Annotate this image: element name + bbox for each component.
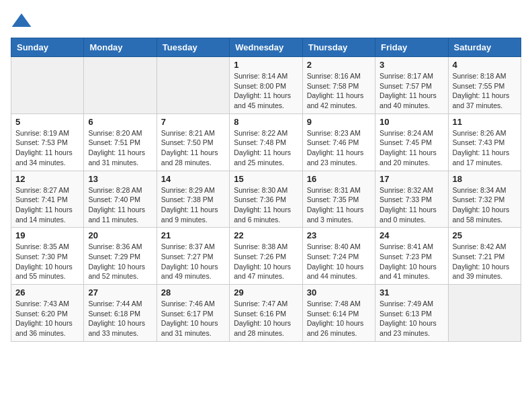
day-info: Sunrise: 8:23 AM Sunset: 7:46 PM Dayligh…	[307, 128, 371, 168]
day-number: 2	[307, 60, 371, 70]
day-info: Sunrise: 8:18 AM Sunset: 7:55 PM Dayligh…	[453, 71, 517, 111]
day-number: 9	[307, 117, 371, 127]
day-number: 16	[307, 174, 371, 184]
logo-icon	[11, 11, 32, 32]
day-number: 10	[380, 117, 443, 127]
day-number: 24	[380, 230, 443, 240]
day-number: 29	[234, 287, 298, 298]
calendar-week-row: 12Sunrise: 8:27 AM Sunset: 7:41 PM Dayli…	[11, 171, 521, 228]
day-info: Sunrise: 7:47 AM Sunset: 6:16 PM Dayligh…	[234, 299, 298, 338]
day-info: Sunrise: 8:28 AM Sunset: 7:40 PM Dayligh…	[88, 185, 152, 225]
day-info: Sunrise: 8:37 AM Sunset: 7:27 PM Dayligh…	[161, 242, 225, 281]
day-info: Sunrise: 8:40 AM Sunset: 7:24 PM Dayligh…	[307, 242, 371, 281]
calendar-cell: 18Sunrise: 8:34 AM Sunset: 7:32 PM Dayli…	[448, 171, 521, 228]
day-info: Sunrise: 7:44 AM Sunset: 6:18 PM Dayligh…	[88, 299, 152, 338]
day-info: Sunrise: 8:35 AM Sunset: 7:30 PM Dayligh…	[15, 242, 79, 281]
calendar-cell: 20Sunrise: 8:36 AM Sunset: 7:29 PM Dayli…	[84, 228, 157, 285]
calendar-cell: 25Sunrise: 8:42 AM Sunset: 7:21 PM Dayli…	[448, 228, 521, 285]
day-number: 23	[307, 230, 371, 240]
calendar-cell: 13Sunrise: 8:28 AM Sunset: 7:40 PM Dayli…	[84, 171, 157, 228]
day-number: 31	[380, 287, 443, 298]
weekday-header-sunday: Sunday	[11, 38, 84, 57]
day-info: Sunrise: 7:49 AM Sunset: 6:13 PM Dayligh…	[380, 299, 443, 338]
weekday-header-thursday: Thursday	[302, 38, 375, 57]
calendar-cell: 23Sunrise: 8:40 AM Sunset: 7:24 PM Dayli…	[302, 228, 375, 285]
calendar-cell	[448, 285, 521, 342]
calendar-cell	[157, 57, 229, 114]
day-number: 4	[453, 60, 517, 70]
day-info: Sunrise: 8:27 AM Sunset: 7:41 PM Dayligh…	[15, 185, 79, 225]
day-info: Sunrise: 8:38 AM Sunset: 7:26 PM Dayligh…	[234, 242, 298, 281]
day-info: Sunrise: 8:19 AM Sunset: 7:53 PM Dayligh…	[15, 128, 79, 168]
weekday-header-wednesday: Wednesday	[230, 38, 302, 57]
day-info: Sunrise: 8:17 AM Sunset: 7:57 PM Dayligh…	[380, 71, 443, 111]
day-number: 1	[234, 60, 298, 70]
calendar-cell: 10Sunrise: 8:24 AM Sunset: 7:45 PM Dayli…	[375, 113, 448, 171]
day-info: Sunrise: 8:29 AM Sunset: 7:38 PM Dayligh…	[161, 185, 225, 225]
day-number: 7	[161, 117, 225, 127]
calendar-week-row: 1Sunrise: 8:14 AM Sunset: 8:00 PM Daylig…	[11, 57, 521, 114]
day-number: 26	[15, 287, 79, 298]
calendar-cell: 16Sunrise: 8:31 AM Sunset: 7:35 PM Dayli…	[302, 171, 375, 228]
calendar-cell: 8Sunrise: 8:22 AM Sunset: 7:48 PM Daylig…	[230, 113, 302, 171]
day-info: Sunrise: 8:34 AM Sunset: 7:32 PM Dayligh…	[453, 185, 517, 225]
calendar-cell: 24Sunrise: 8:41 AM Sunset: 7:23 PM Dayli…	[375, 228, 448, 285]
calendar-cell: 27Sunrise: 7:44 AM Sunset: 6:18 PM Dayli…	[84, 285, 157, 342]
calendar-week-row: 26Sunrise: 7:43 AM Sunset: 6:20 PM Dayli…	[11, 285, 521, 342]
calendar-cell: 7Sunrise: 8:21 AM Sunset: 7:50 PM Daylig…	[157, 113, 229, 171]
day-info: Sunrise: 8:22 AM Sunset: 7:48 PM Dayligh…	[234, 128, 298, 168]
calendar-table: SundayMondayTuesdayWednesdayThursdayFrid…	[11, 38, 521, 342]
calendar-cell: 31Sunrise: 7:49 AM Sunset: 6:13 PM Dayli…	[375, 285, 448, 342]
day-info: Sunrise: 7:43 AM Sunset: 6:20 PM Dayligh…	[15, 299, 79, 338]
weekday-header-tuesday: Tuesday	[157, 38, 229, 57]
day-number: 12	[15, 174, 79, 184]
calendar-cell: 3Sunrise: 8:17 AM Sunset: 7:57 PM Daylig…	[375, 57, 448, 114]
calendar-cell: 15Sunrise: 8:30 AM Sunset: 7:36 PM Dayli…	[230, 171, 302, 228]
page-header	[11, 11, 521, 32]
weekday-header-monday: Monday	[84, 38, 157, 57]
day-number: 17	[380, 174, 443, 184]
day-info: Sunrise: 8:42 AM Sunset: 7:21 PM Dayligh…	[453, 242, 517, 281]
calendar-cell: 6Sunrise: 8:20 AM Sunset: 7:51 PM Daylig…	[84, 113, 157, 171]
day-info: Sunrise: 8:31 AM Sunset: 7:35 PM Dayligh…	[307, 185, 371, 225]
day-number: 11	[453, 117, 517, 127]
calendar-cell: 17Sunrise: 8:32 AM Sunset: 7:33 PM Dayli…	[375, 171, 448, 228]
calendar-cell	[84, 57, 157, 114]
day-number: 5	[15, 117, 79, 127]
calendar-cell: 29Sunrise: 7:47 AM Sunset: 6:16 PM Dayli…	[230, 285, 302, 342]
day-info: Sunrise: 8:20 AM Sunset: 7:51 PM Dayligh…	[88, 128, 152, 168]
calendar-cell: 1Sunrise: 8:14 AM Sunset: 8:00 PM Daylig…	[230, 57, 302, 114]
day-number: 19	[15, 230, 79, 240]
day-number: 30	[307, 287, 371, 298]
day-info: Sunrise: 8:36 AM Sunset: 7:29 PM Dayligh…	[88, 242, 152, 281]
day-number: 20	[88, 230, 152, 240]
calendar-cell: 30Sunrise: 7:48 AM Sunset: 6:14 PM Dayli…	[302, 285, 375, 342]
calendar-cell: 28Sunrise: 7:46 AM Sunset: 6:17 PM Dayli…	[157, 285, 229, 342]
calendar-week-row: 19Sunrise: 8:35 AM Sunset: 7:30 PM Dayli…	[11, 228, 521, 285]
day-info: Sunrise: 7:48 AM Sunset: 6:14 PM Dayligh…	[307, 299, 371, 338]
day-number: 22	[234, 230, 298, 240]
calendar-cell: 11Sunrise: 8:26 AM Sunset: 7:43 PM Dayli…	[448, 113, 521, 171]
day-info: Sunrise: 8:41 AM Sunset: 7:23 PM Dayligh…	[380, 242, 443, 281]
calendar-cell: 12Sunrise: 8:27 AM Sunset: 7:41 PM Dayli…	[11, 171, 84, 228]
calendar-week-row: 5Sunrise: 8:19 AM Sunset: 7:53 PM Daylig…	[11, 113, 521, 171]
calendar-cell: 14Sunrise: 8:29 AM Sunset: 7:38 PM Dayli…	[157, 171, 229, 228]
day-info: Sunrise: 8:32 AM Sunset: 7:33 PM Dayligh…	[380, 185, 443, 225]
calendar-cell: 2Sunrise: 8:16 AM Sunset: 7:58 PM Daylig…	[302, 57, 375, 114]
day-info: Sunrise: 8:21 AM Sunset: 7:50 PM Dayligh…	[161, 128, 225, 168]
logo	[11, 11, 35, 32]
calendar-cell: 4Sunrise: 8:18 AM Sunset: 7:55 PM Daylig…	[448, 57, 521, 114]
calendar-cell: 22Sunrise: 8:38 AM Sunset: 7:26 PM Dayli…	[230, 228, 302, 285]
day-number: 3	[380, 60, 443, 70]
day-number: 14	[161, 174, 225, 184]
day-number: 18	[453, 174, 517, 184]
day-number: 28	[161, 287, 225, 298]
weekday-header-saturday: Saturday	[448, 38, 521, 57]
day-info: Sunrise: 8:26 AM Sunset: 7:43 PM Dayligh…	[453, 128, 517, 168]
day-number: 27	[88, 287, 152, 298]
calendar-cell: 19Sunrise: 8:35 AM Sunset: 7:30 PM Dayli…	[11, 228, 84, 285]
day-number: 25	[453, 230, 517, 240]
day-info: Sunrise: 8:24 AM Sunset: 7:45 PM Dayligh…	[380, 128, 443, 168]
calendar-cell	[11, 57, 84, 114]
day-info: Sunrise: 8:16 AM Sunset: 7:58 PM Dayligh…	[307, 71, 371, 111]
